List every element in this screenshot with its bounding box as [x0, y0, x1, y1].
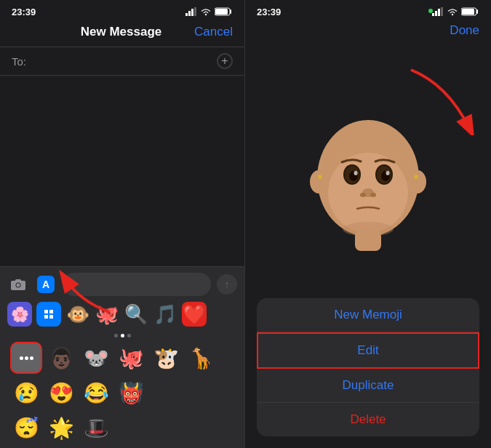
emoji-mouse[interactable]: 🐭 [80, 342, 112, 374]
left-panel: 23:39 New [0, 0, 245, 448]
emoji-row-3: 😴 🌟 🎩 [10, 412, 234, 444]
status-bar-left: 23:39 [0, 0, 244, 20]
status-time-left: 23:39 [12, 7, 36, 17]
svg-rect-13 [435, 11, 437, 16]
svg-rect-3 [194, 7, 196, 16]
svg-point-34 [318, 175, 322, 179]
emoji-cow[interactable]: 🐮 [150, 342, 182, 374]
emoji-crying[interactable]: 😢 [10, 377, 42, 409]
wifi-icon [200, 7, 212, 16]
emoji-row-2: 😢 😍 😂 👹 [10, 377, 234, 409]
menu-delete[interactable]: Delete [257, 403, 479, 436]
status-icons-left [185, 7, 233, 16]
battery-icon [215, 7, 233, 16]
to-label: To: [12, 55, 26, 68]
emoji-man-dark[interactable]: 👨🏿 [45, 342, 77, 374]
svg-text:A: A [42, 279, 49, 290]
toolbar-row1: A ↑ [7, 273, 237, 296]
more-stickers-button[interactable] [10, 342, 42, 374]
dot-3 [127, 334, 131, 337]
context-menu: New Memoji Edit Duplicate Delete [257, 298, 479, 436]
emoji-heart-eyes[interactable]: 😍 [45, 377, 77, 409]
svg-rect-6 [215, 9, 228, 15]
emoji-star[interactable]: 🌟 [45, 412, 77, 444]
search-bar[interactable] [63, 273, 211, 296]
svg-point-35 [414, 175, 418, 179]
send-button[interactable]: ↑ [217, 274, 237, 295]
sticker-monkey[interactable]: 🐵 [65, 302, 90, 327]
menu-new-memoji[interactable]: New Memoji [257, 298, 479, 332]
svg-point-8 [17, 284, 20, 287]
sticker-heart[interactable]: ❤️ [182, 302, 207, 327]
emoji-laughing[interactable]: 😂 [80, 377, 112, 409]
appstore-icon: A [37, 276, 55, 293]
status-icons-right [432, 7, 479, 16]
svg-point-16 [452, 14, 453, 15]
to-row: To: + [0, 47, 244, 76]
app-icon [41, 307, 56, 321]
battery-icon-right [461, 7, 479, 16]
svg-rect-14 [438, 9, 440, 16]
svg-point-32 [360, 193, 366, 197]
camera-button[interactable] [7, 273, 29, 295]
svg-rect-0 [185, 13, 188, 16]
wifi-icon-right [447, 7, 458, 16]
sticker-app[interactable] [36, 302, 61, 327]
sticker-search[interactable]: 🔍 [124, 302, 148, 327]
svg-rect-18 [462, 9, 474, 15]
sticker-music[interactable]: 🎵 [153, 302, 177, 327]
svg-point-4 [205, 14, 207, 15]
status-bar-right: 23:39 [245, 0, 491, 20]
done-button[interactable]: Done [450, 23, 479, 38]
add-recipient-button[interactable]: + [217, 53, 233, 69]
svg-point-33 [370, 193, 376, 197]
svg-rect-12 [432, 13, 434, 16]
cancel-button[interactable]: Cancel [194, 25, 233, 39]
page-dots [7, 334, 237, 337]
emoji-octopus2[interactable]: 🐙 [115, 342, 147, 374]
green-dot [428, 9, 433, 13]
svg-point-29 [354, 171, 358, 175]
dot-1 [114, 334, 118, 337]
nav-bar-left: New Message Cancel [0, 20, 244, 47]
dot-2 [121, 334, 124, 337]
svg-rect-1 [188, 11, 191, 16]
appstore-button[interactable]: A [35, 273, 57, 295]
signal-icon [185, 7, 197, 16]
svg-rect-37 [355, 231, 381, 251]
emoji-giraffe[interactable]: 🦒 [185, 342, 217, 374]
menu-duplicate[interactable]: Duplicate [257, 369, 479, 403]
status-time-right: 23:39 [257, 7, 281, 17]
bottom-toolbar: A ↑ 🌸 🐵 🐙 🔍 🎵 ❤️ [0, 266, 244, 448]
camera-icon [10, 278, 26, 291]
done-button-container[interactable]: Done [245, 20, 491, 44]
signal-icon-right [432, 7, 444, 16]
emoji-sleeping[interactable]: 😴 [10, 412, 42, 444]
svg-point-30 [386, 171, 390, 175]
avatar-area [245, 44, 491, 298]
emoji-row-1: 👨🏿 🐭 🐙 🐮 🦒 [10, 342, 234, 374]
sticker-flower[interactable]: 🌸 [7, 302, 32, 327]
emoji-cool[interactable]: 🎩 [80, 412, 112, 444]
nav-title: New Message [48, 25, 194, 39]
right-panel: 23:39 Done [245, 0, 491, 448]
sticker-row: 🌸 🐵 🐙 🔍 🎵 ❤️ [7, 302, 237, 329]
sticker-octopus[interactable]: 🐙 [95, 302, 119, 327]
emoji-grid: 👨🏿 🐭 🐙 🐮 🦒 😢 😍 😂 👹 😴 🌟 🎩 [7, 342, 237, 444]
svg-rect-2 [191, 9, 193, 16]
svg-point-20 [310, 170, 327, 193]
to-input[interactable] [32, 55, 211, 68]
menu-edit[interactable]: Edit [257, 332, 479, 369]
svg-point-21 [409, 170, 426, 193]
memoji-avatar [295, 91, 441, 251]
message-area[interactable] [0, 76, 244, 266]
svg-rect-15 [441, 7, 443, 16]
emoji-demon[interactable]: 👹 [115, 377, 147, 409]
